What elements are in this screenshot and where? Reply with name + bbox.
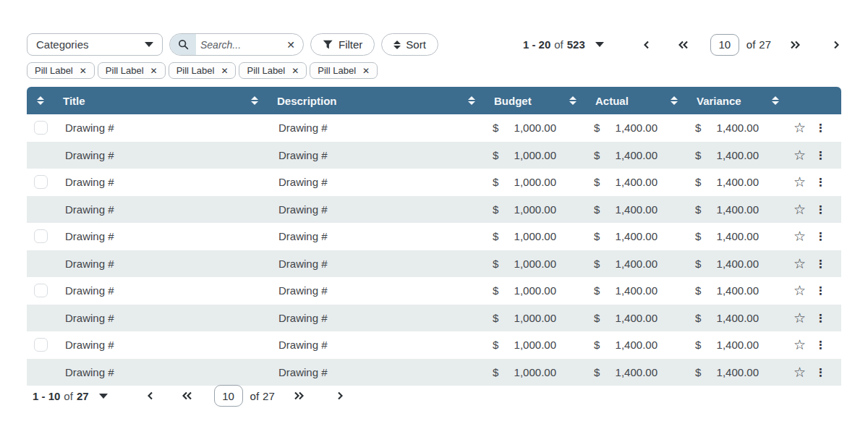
favorite-star-icon[interactable]: ☆: [793, 203, 806, 216]
chevron-right-icon[interactable]: [335, 391, 345, 401]
search-icon: [170, 34, 196, 55]
actual-currency: $: [594, 339, 600, 351]
favorite-star-icon[interactable]: ☆: [793, 148, 806, 162]
row-title: Drawing #: [65, 312, 114, 324]
total-text: 27: [77, 390, 89, 402]
actual-value: 1,400.00: [616, 312, 658, 324]
of-label: of: [554, 38, 563, 51]
favorite-star-icon[interactable]: ☆: [793, 257, 806, 271]
toolbar: Categories ✕ Filter Sort: [27, 33, 841, 56]
remove-pill-icon[interactable]: ✕: [292, 66, 299, 76]
actual-value: 1,400.00: [616, 149, 658, 161]
row-checkbox[interactable]: [34, 229, 48, 243]
favorite-star-icon[interactable]: ☆: [793, 338, 806, 352]
budget-value: 1,000.00: [514, 203, 556, 216]
favorite-star-icon[interactable]: ☆: [793, 365, 806, 379]
chevron-left-icon[interactable]: [145, 391, 156, 401]
sort-icon-description[interactable]: [251, 96, 258, 105]
kebab-menu-icon[interactable]: ⋮: [815, 367, 826, 378]
remove-pill-icon[interactable]: ✕: [80, 66, 87, 76]
row-checkbox[interactable]: [34, 338, 48, 352]
favorite-star-icon[interactable]: ☆: [793, 284, 806, 297]
remove-pill-icon[interactable]: ✕: [221, 66, 228, 76]
page-input[interactable]: [710, 34, 739, 56]
kebab-menu-icon[interactable]: ⋮: [815, 313, 826, 323]
kebab-menu-icon[interactable]: ⋮: [815, 177, 826, 187]
remove-pill-icon[interactable]: ✕: [150, 66, 158, 76]
row-title: Drawing #: [65, 258, 114, 270]
page-range-summary[interactable]: 1 - 10 of 27: [33, 390, 108, 402]
filter-label: Filter: [339, 38, 362, 51]
favorite-star-icon[interactable]: ☆: [793, 311, 806, 325]
sort-icon-title[interactable]: [37, 96, 44, 105]
sort-icon-actual[interactable]: [569, 96, 576, 105]
variance-value: 1,400.00: [717, 203, 759, 216]
row-title: Drawing #: [65, 284, 114, 297]
row-checkbox[interactable]: [34, 121, 48, 135]
kebab-menu-icon[interactable]: ⋮: [815, 122, 826, 133]
filter-pill: Pill Label ✕: [310, 62, 378, 79]
search-box: ✕: [169, 33, 304, 56]
filter-pill: Pill Label ✕: [98, 62, 166, 79]
filter-pill-label: Pill Label: [176, 65, 215, 76]
budget-currency: $: [493, 312, 498, 324]
table-row: Drawing # Drawing # $ 1,000.00 $ 1,400.0…: [27, 223, 841, 250]
double-chevron-right-icon[interactable]: [292, 391, 306, 401]
budget-value: 1,000.00: [514, 122, 556, 134]
budget-currency: $: [493, 284, 498, 297]
page-input[interactable]: [214, 385, 243, 407]
row-description: Drawing #: [278, 203, 328, 216]
page-range-summary[interactable]: 1 - 20 of 523: [523, 38, 604, 51]
kebab-menu-icon[interactable]: ⋮: [815, 150, 826, 161]
row-description: Drawing #: [278, 122, 328, 134]
filter-button[interactable]: Filter: [310, 33, 375, 56]
variance-currency: $: [695, 230, 701, 242]
sort-icon-budget[interactable]: [468, 96, 475, 105]
actual-value: 1,400.00: [616, 339, 658, 351]
actual-currency: $: [594, 258, 600, 270]
sort-button[interactable]: Sort: [381, 33, 438, 56]
row-checkbox[interactable]: [34, 175, 48, 189]
sort-icon-actions[interactable]: [772, 96, 779, 105]
double-chevron-left-icon[interactable]: [676, 40, 690, 50]
row-description: Drawing #: [278, 258, 328, 270]
favorite-star-icon[interactable]: ☆: [793, 229, 806, 243]
clear-search-icon[interactable]: ✕: [278, 39, 303, 51]
variance-currency: $: [695, 122, 701, 134]
double-chevron-left-icon[interactable]: [180, 391, 194, 401]
sort-icon-variance[interactable]: [671, 96, 678, 105]
table-row: Drawing # Drawing # $ 1,000.00 $ 1,400.0…: [27, 359, 841, 386]
variance-value: 1,400.00: [717, 230, 759, 242]
actual-currency: $: [594, 176, 600, 188]
budget-currency: $: [493, 122, 498, 134]
chevron-down-icon: [99, 394, 108, 399]
kebab-menu-icon[interactable]: ⋮: [815, 285, 826, 296]
row-title: Drawing #: [65, 122, 114, 134]
remove-pill-icon[interactable]: ✕: [362, 66, 370, 76]
table-body: Drawing # Drawing # $ 1,000.00 $ 1,400.0…: [27, 114, 841, 386]
row-description: Drawing #: [278, 339, 328, 351]
kebab-menu-icon[interactable]: ⋮: [815, 339, 826, 350]
chevron-right-icon[interactable]: [831, 40, 841, 50]
data-table: Title Description Budget Actual Variance: [27, 87, 841, 386]
categories-select[interactable]: Categories: [27, 33, 163, 56]
budget-value: 1,000.00: [514, 176, 556, 188]
actual-currency: $: [594, 149, 600, 161]
table-row: Drawing # Drawing # $ 1,000.00 $ 1,400.0…: [27, 169, 841, 196]
double-chevron-right-icon[interactable]: [788, 40, 802, 50]
row-checkbox[interactable]: [34, 284, 48, 297]
search-input[interactable]: [196, 39, 278, 51]
pages-of-label: of: [746, 38, 756, 51]
budget-value: 1,000.00: [514, 312, 556, 324]
actual-value: 1,400.00: [616, 284, 658, 297]
filter-pill-label: Pill Label: [247, 65, 285, 76]
filter-pills: Pill Label ✕ Pill Label ✕ Pill Label ✕ P…: [27, 62, 841, 79]
kebab-menu-icon[interactable]: ⋮: [815, 258, 826, 269]
favorite-star-icon[interactable]: ☆: [793, 121, 806, 135]
filter-pill: Pill Label ✕: [239, 62, 307, 79]
budget-value: 1,000.00: [514, 284, 556, 297]
kebab-menu-icon[interactable]: ⋮: [815, 204, 826, 215]
favorite-star-icon[interactable]: ☆: [793, 175, 806, 189]
kebab-menu-icon[interactable]: ⋮: [815, 231, 826, 242]
chevron-left-icon[interactable]: [642, 40, 652, 50]
